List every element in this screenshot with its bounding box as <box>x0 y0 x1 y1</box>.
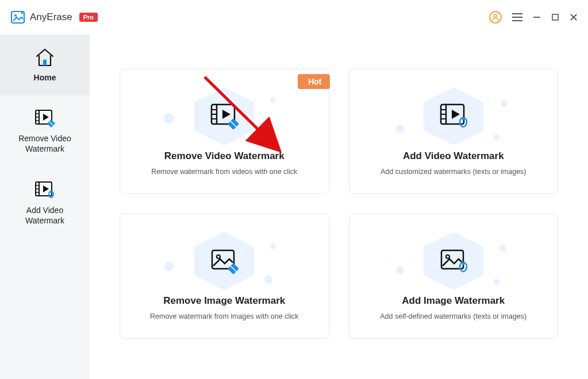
card-remove-video-watermark[interactable]: Hot <box>120 69 329 194</box>
card-icon-wrap <box>408 232 499 289</box>
card-title: Remove Video Watermark <box>164 150 285 162</box>
svg-point-36 <box>462 118 464 121</box>
card-icon-wrap <box>178 87 270 145</box>
minimize-icon[interactable] <box>533 13 541 21</box>
card-icon-wrap <box>178 232 270 289</box>
sidebar-item-add-video[interactable]: Add Video Watermark <box>0 167 90 238</box>
remove-image-watermark-card-icon <box>210 247 239 274</box>
remove-video-watermark-icon <box>33 108 56 129</box>
svg-point-45 <box>462 263 464 265</box>
pro-badge: Pro <box>79 13 98 22</box>
card-desc: Add self-defined watermarks (texts or im… <box>380 312 526 320</box>
titlebar-right <box>489 11 578 24</box>
maximize-icon[interactable] <box>551 13 559 21</box>
card-desc: Remove watermark from videos with one cl… <box>151 168 297 176</box>
account-icon[interactable] <box>489 11 502 24</box>
home-icon <box>33 47 56 68</box>
add-video-watermark-icon <box>33 180 56 200</box>
app-logo-icon <box>10 10 25 25</box>
hot-badge: Hot <box>298 74 329 89</box>
card-add-image-watermark[interactable]: Add Image Watermark Add self-defined wat… <box>349 214 559 339</box>
titlebar: AnyErase Pro <box>0 0 588 34</box>
svg-point-44 <box>446 255 449 258</box>
sidebar-item-label: Add Video Watermark <box>6 205 84 226</box>
svg-rect-4 <box>552 14 558 20</box>
add-video-watermark-card-icon <box>439 103 468 129</box>
card-remove-image-watermark[interactable]: Remove Image Watermark Remove watermark … <box>120 214 329 339</box>
card-add-video-watermark[interactable]: Add Video Watermark Add customized water… <box>349 69 559 194</box>
svg-point-20 <box>51 191 52 193</box>
card-title: Remove Image Watermark <box>163 295 285 307</box>
card-title: Add Video Watermark <box>403 150 504 162</box>
svg-rect-7 <box>43 60 47 65</box>
menu-icon[interactable] <box>512 13 522 21</box>
svg-point-1 <box>14 14 17 17</box>
svg-point-2 <box>494 14 497 17</box>
card-icon-wrap <box>408 87 499 145</box>
card-title: Add Image Watermark <box>402 295 505 307</box>
sidebar-item-label: Home <box>34 72 56 83</box>
svg-point-39 <box>217 255 220 258</box>
sidebar: Home Remove Video Watermark <box>0 34 90 379</box>
add-image-watermark-card-icon <box>439 247 468 274</box>
remove-video-watermark-card-icon <box>210 103 239 129</box>
app-name: AnyErase <box>30 11 72 23</box>
sidebar-item-label: Remove Video Watermark <box>6 133 84 154</box>
close-icon[interactable] <box>570 13 578 21</box>
app-logo-block: AnyErase Pro <box>10 10 98 25</box>
card-desc: Add customized watermarks (texts or imag… <box>381 168 526 176</box>
card-desc: Remove watermark from images with one cl… <box>150 312 298 320</box>
sidebar-item-home[interactable]: Home <box>0 34 90 95</box>
main-area: Hot <box>90 34 588 379</box>
sidebar-item-remove-video[interactable]: Remove Video Watermark <box>0 95 90 167</box>
